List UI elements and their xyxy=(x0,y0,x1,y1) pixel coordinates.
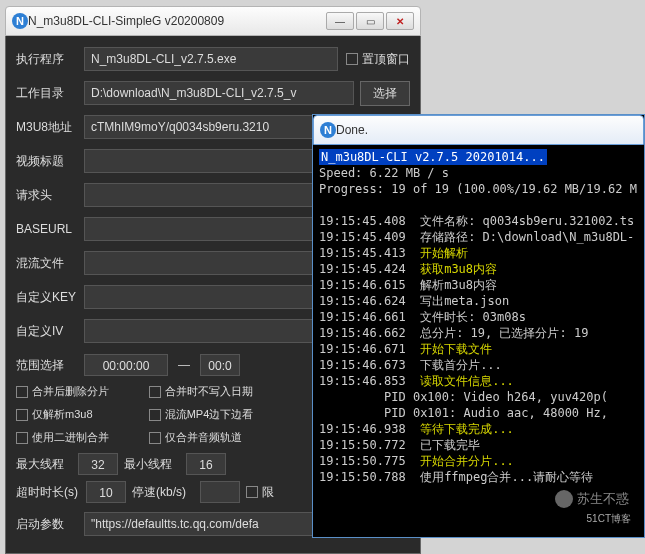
watermark-sub: 51CT博客 xyxy=(587,512,631,526)
exe-path-input[interactable] xyxy=(84,47,338,71)
timeout-input[interactable]: 10 xyxy=(86,481,126,503)
speed-input[interactable] xyxy=(200,481,240,503)
chk-delete-after-merge[interactable]: 合并后删除分片 xyxy=(16,384,145,399)
main-titlebar[interactable]: N N_m3u8DL-CLI-SimpleG v20200809 — ▭ ✕ xyxy=(5,6,421,36)
topmost-checkbox[interactable]: 置顶窗口 xyxy=(346,51,410,68)
min-threads-input[interactable]: 16 xyxy=(186,453,226,475)
speed-label: 停速(kb/s) xyxy=(132,484,194,501)
console-body: N_m3u8DL-CLI v2.7.5 20201014... Speed: 6… xyxy=(313,145,644,537)
muxfile-label: 混流文件 xyxy=(16,255,84,272)
wechat-icon xyxy=(555,490,573,508)
app-icon: N xyxy=(12,13,28,29)
range-dash: — xyxy=(178,358,190,372)
console-window: N Done. N_m3u8DL-CLI v2.7.5 20201014... … xyxy=(312,114,645,538)
m3u8-label: M3U8地址 xyxy=(16,119,84,136)
workdir-label: 工作目录 xyxy=(16,85,84,102)
max-threads-label: 最大线程 xyxy=(16,456,72,473)
exe-path-label: 执行程序 xyxy=(16,51,84,68)
chk-binary-merge[interactable]: 使用二进制合并 xyxy=(16,430,145,445)
chk-parse-only[interactable]: 仅解析m3u8 xyxy=(16,407,145,422)
minimize-button[interactable]: — xyxy=(326,12,354,30)
choose-dir-button[interactable]: 选择 xyxy=(360,81,410,106)
checkbox-icon xyxy=(346,53,358,65)
workdir-input[interactable] xyxy=(84,81,354,105)
maximize-button[interactable]: ▭ xyxy=(356,12,384,30)
close-button[interactable]: ✕ xyxy=(386,12,414,30)
timeout-label: 超时时长(s) xyxy=(16,484,80,501)
console-icon: N xyxy=(320,122,336,138)
video-title-label: 视频标题 xyxy=(16,153,84,170)
range-from-input[interactable]: 00:00:00 xyxy=(84,354,168,376)
console-window-title: Done. xyxy=(336,123,637,137)
headers-label: 请求头 xyxy=(16,187,84,204)
console-titlebar[interactable]: N Done. xyxy=(313,115,644,145)
range-to-input[interactable]: 00:0 xyxy=(200,354,240,376)
console-header: N_m3u8DL-CLI v2.7.5 20201014... xyxy=(319,149,547,165)
chk-audio-only-merge[interactable]: 仅合并音频轨道 xyxy=(149,430,278,445)
args-label: 启动参数 xyxy=(16,516,84,533)
baseurl-label: BASEURL xyxy=(16,222,84,236)
watermark: 苏生不惑 xyxy=(555,490,629,508)
console-speed: Speed: 6.22 MB / s xyxy=(319,166,449,180)
chk-mux-mp4-live[interactable]: 混流MP4边下边看 xyxy=(149,407,278,422)
range-label: 范围选择 xyxy=(16,357,84,374)
min-threads-label: 最小线程 xyxy=(124,456,180,473)
console-progress: Progress: 19 of 19 (100.00%/19.62 MB/19.… xyxy=(319,182,637,196)
chk-no-date-on-merge[interactable]: 合并时不写入日期 xyxy=(149,384,278,399)
main-window-title: N_m3u8DL-CLI-SimpleG v20200809 xyxy=(28,14,326,28)
chk-limit[interactable]: 限 xyxy=(246,484,274,501)
max-threads-input[interactable]: 32 xyxy=(78,453,118,475)
console-log: 19:15:45.408 文件名称: q0034sb9eru.321002.ts… xyxy=(319,214,634,484)
customkey-label: 自定义KEY xyxy=(16,289,84,306)
customiv-label: 自定义IV xyxy=(16,323,84,340)
